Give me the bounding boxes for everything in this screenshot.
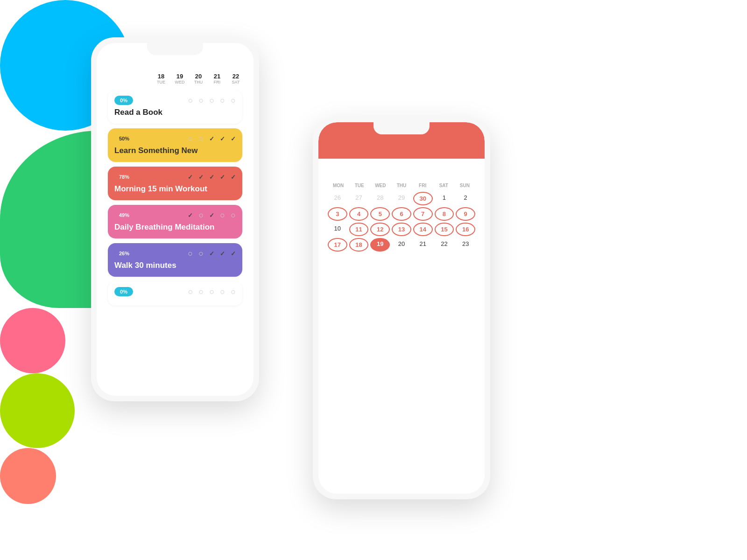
cal-day-name-WED: WED [370, 181, 391, 190]
habit-label-morning-workout: Morning 15 min Workout [114, 184, 236, 194]
phone1-screen: 18TUE19WED20THU21FRI22SAT 0%○○○○○Read a … [97, 43, 254, 396]
habit-row-read-a-book[interactable]: 0%○○○○○Read a Book [108, 90, 242, 124]
date-col-18: 18TUE [155, 73, 168, 84]
phone2-frame: MONTUEWEDTHUFRISATSUN 262728293012345678… [313, 117, 490, 499]
cal-cell-15[interactable]: 15 [435, 223, 454, 236]
cal-cell-3[interactable]: 3 [328, 207, 347, 221]
phone1-header [108, 62, 242, 65]
habits-list: 0%○○○○○Read a Book50%○○✓✓✓Learn Somethin… [108, 90, 242, 306]
cal-cell-9[interactable]: 9 [456, 207, 475, 221]
date-col-19: 19WED [173, 73, 186, 84]
habit-label-walk-30: Walk 30 minutes [114, 261, 236, 270]
check-walk-30-0[interactable]: ○ [188, 249, 193, 258]
cal-cell-5[interactable]: 5 [370, 207, 390, 221]
cal-cell-10[interactable]: 10 [328, 223, 347, 236]
check-read-a-book-2[interactable]: ○ [209, 96, 214, 105]
cal-cell-16[interactable]: 16 [456, 223, 475, 236]
cal-cell-28[interactable]: 28 [370, 192, 390, 205]
cal-day-name-SAT: SAT [433, 181, 454, 190]
phone1-content: 18TUE19WED20THU21FRI22SAT 0%○○○○○Read a … [97, 43, 254, 396]
habit-label-learn-something-new: Learn Something New [114, 146, 236, 155]
check-learn-something-new-3[interactable]: ✓ [220, 135, 225, 142]
cal-cell-2[interactable]: 2 [456, 192, 475, 205]
habit-label-read-a-book: Read a Book [114, 108, 236, 117]
check-read-a-book-0[interactable]: ○ [188, 96, 193, 105]
habit-row-walk-30[interactable]: 26%○○✓✓✓Walk 30 minutes [108, 243, 242, 277]
cal-cell-6[interactable]: 6 [392, 207, 411, 221]
cal-cell-26[interactable]: 26 [328, 192, 347, 205]
phone2-meta [328, 147, 475, 147]
check-read-a-book-3[interactable]: ○ [220, 96, 225, 105]
check-learn-something-new-2[interactable]: ✓ [209, 135, 214, 142]
date-col-21: 21FRI [211, 73, 224, 84]
cal-cell-22[interactable]: 22 [435, 238, 454, 252]
check-habit6-0[interactable]: ○ [188, 287, 193, 296]
check-walk-30-2[interactable]: ✓ [209, 250, 214, 257]
bg-circle-pink [0, 308, 65, 373]
check-habit6-1[interactable]: ○ [199, 287, 204, 296]
cal-cell-29[interactable]: 29 [392, 192, 411, 205]
check-learn-something-new-0[interactable]: ○ [188, 134, 193, 143]
cal-day-name-THU: THU [391, 181, 412, 190]
cal-day-name-SUN: SUN [454, 181, 475, 190]
cal-cell-11[interactable]: 11 [349, 223, 369, 236]
cal-days-header: MONTUEWEDTHUFRISATSUN [328, 181, 475, 190]
cal-cell-13[interactable]: 13 [392, 223, 411, 236]
cal-cell-1[interactable]: 1 [435, 192, 454, 205]
check-daily-breathing-2[interactable]: ✓ [209, 212, 214, 219]
cal-cell-12[interactable]: 12 [370, 223, 390, 236]
cal-cell-30[interactable]: 30 [413, 192, 433, 205]
habit-badge-read-a-book: 0% [114, 96, 133, 105]
check-morning-workout-0[interactable]: ✓ [188, 174, 193, 181]
date-col-20: 20THU [192, 73, 205, 84]
check-daily-breathing-4[interactable]: ○ [231, 211, 236, 219]
date-col-22: 22SAT [229, 73, 242, 84]
habit-row-learn-something-new[interactable]: 50%○○✓✓✓Learn Something New [108, 128, 242, 162]
check-morning-workout-3[interactable]: ✓ [220, 174, 225, 181]
bg-circle-lime [0, 373, 75, 448]
phone2-screen: MONTUEWEDTHUFRISATSUN 262728293012345678… [318, 122, 485, 494]
check-daily-breathing-0[interactable]: ✓ [188, 212, 193, 219]
check-habit6-2[interactable]: ○ [209, 287, 214, 296]
cal-cell-8[interactable]: 8 [435, 207, 454, 221]
check-morning-workout-1[interactable]: ✓ [198, 174, 204, 181]
check-habit6-4[interactable]: ○ [231, 287, 236, 296]
bg-circle-salmon [0, 448, 56, 504]
check-daily-breathing-1[interactable]: ○ [198, 211, 204, 219]
habit-label-daily-breathing: Daily Breathing Meditation [114, 223, 236, 232]
check-habit6-3[interactable]: ○ [220, 287, 225, 296]
check-walk-30-1[interactable]: ○ [198, 249, 204, 258]
cal-cell-23[interactable]: 23 [456, 238, 475, 252]
cal-cell-20[interactable]: 20 [392, 238, 411, 252]
phone1-notch [147, 43, 203, 55]
cal-cell-14[interactable]: 14 [413, 223, 433, 236]
phone2-body: MONTUEWEDTHUFRISATSUN 262728293012345678… [318, 159, 485, 260]
check-daily-breathing-3[interactable]: ○ [220, 211, 225, 219]
cal-cell-17[interactable]: 17 [328, 238, 347, 252]
check-walk-30-4[interactable]: ✓ [231, 250, 236, 257]
cal-cell-18[interactable]: 18 [349, 238, 369, 252]
cal-cell-21[interactable]: 21 [413, 238, 433, 252]
cal-cell-7[interactable]: 7 [413, 207, 433, 221]
habit-badge-morning-workout: 78% [114, 172, 134, 182]
phone2-notch [374, 122, 430, 134]
cal-cell-19[interactable]: 19 [370, 238, 390, 252]
habit-badge-daily-breathing: 49% [114, 210, 134, 220]
check-walk-30-3[interactable]: ✓ [220, 250, 225, 257]
habit-row-daily-breathing[interactable]: 49%✓○✓○○Daily Breathing Meditation [108, 205, 242, 238]
phone1-frame: 18TUE19WED20THU21FRI22SAT 0%○○○○○Read a … [91, 37, 259, 401]
check-read-a-book-1[interactable]: ○ [199, 96, 204, 105]
calendar: MONTUEWEDTHUFRISATSUN 262728293012345678… [328, 176, 475, 252]
habit-row-morning-workout[interactable]: 78%✓✓✓✓✓Morning 15 min Workout [108, 167, 242, 200]
cal-day-name-TUE: TUE [349, 181, 370, 190]
check-read-a-book-4[interactable]: ○ [231, 96, 236, 105]
check-morning-workout-2[interactable]: ✓ [209, 174, 214, 181]
cal-cell-4[interactable]: 4 [349, 207, 369, 221]
cal-cell-27[interactable]: 27 [349, 192, 369, 205]
habit-row-habit6[interactable]: 0%○○○○○ [108, 281, 242, 306]
check-morning-workout-4[interactable]: ✓ [231, 174, 236, 181]
habit-badge-walk-30: 26% [114, 249, 134, 258]
check-learn-something-new-1[interactable]: ○ [198, 134, 204, 143]
cal-day-name-FRI: FRI [412, 181, 433, 190]
check-learn-something-new-4[interactable]: ✓ [231, 135, 236, 142]
